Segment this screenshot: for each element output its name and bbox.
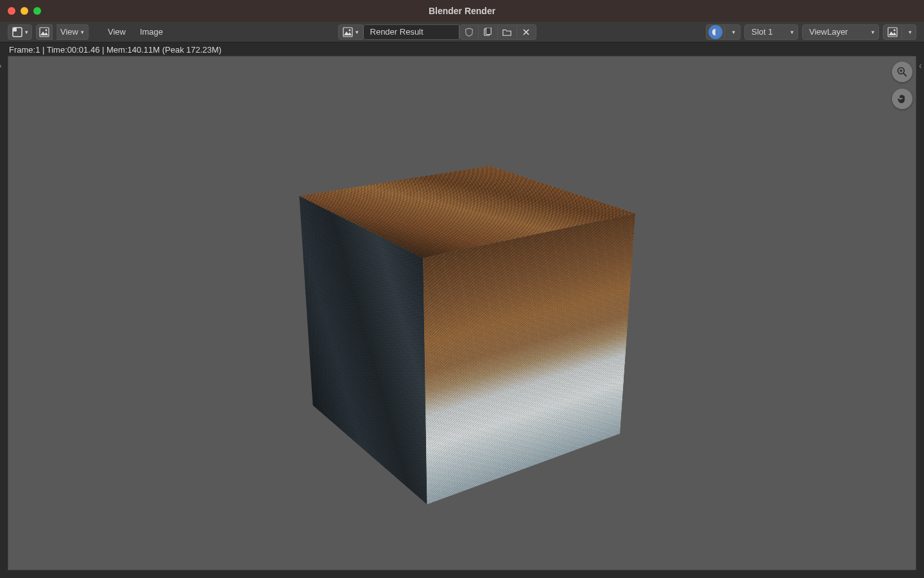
svg-rect-1 [13, 28, 17, 31]
viewlayer-dropdown[interactable]: ViewLayer ▾ [802, 24, 879, 40]
viewlayer-label: ViewLayer [809, 27, 848, 37]
menu-view[interactable]: View [103, 24, 131, 40]
svg-marker-12 [889, 31, 896, 35]
minimize-window-button[interactable] [21, 7, 28, 15]
rendered-cube [355, 187, 556, 450]
viewport-shading-button[interactable] [883, 24, 902, 40]
display-channels-dropdown[interactable]: ▾ [725, 24, 740, 40]
viewport-shading-dropdown[interactable]: ▾ [902, 24, 916, 40]
svg-point-13 [893, 29, 895, 31]
menu-image[interactable]: Image [135, 24, 168, 40]
render-result-image [295, 150, 629, 484]
chevron-down-icon: ▾ [25, 29, 28, 35]
render-status-line: Frame:1 | Time:00:01.46 | Mem:140.11M (P… [0, 42, 924, 57]
chevron-down-icon: ▾ [871, 29, 875, 35]
image-mode-icon [39, 27, 49, 37]
chevron-down-icon: ▾ [909, 29, 912, 35]
viewport-overlay-buttons [892, 62, 912, 109]
titlebar: Blender Render [0, 0, 924, 22]
chevron-down-icon: ▾ [791, 29, 794, 35]
magnify-plus-icon [896, 66, 908, 78]
zoom-button[interactable] [892, 62, 912, 82]
window-controls [8, 7, 41, 15]
new-image-button[interactable] [479, 24, 498, 40]
image-editor-icon [12, 27, 22, 37]
view-mode-dropdown[interactable]: View ▾ [56, 24, 89, 40]
viewport: Frame:1 | Time:00:01.46 | Mem:140.11M (P… [0, 42, 924, 578]
unlink-image-button[interactable] [517, 24, 536, 40]
rendered-shading-icon [887, 27, 898, 37]
svg-point-7 [348, 29, 350, 31]
render-canvas[interactable] [8, 56, 916, 570]
editor-type-dropdown[interactable]: ▾ [8, 24, 32, 40]
image-datablock-icon [343, 27, 353, 37]
svg-marker-6 [344, 31, 352, 35]
display-channels-button[interactable] [706, 24, 725, 40]
close-window-button[interactable] [8, 7, 15, 15]
close-icon [522, 28, 530, 36]
header-toolbar: ▾ View ▾ View Image ▾ Render Result [0, 22, 924, 42]
image-name-field[interactable]: Render Result [363, 24, 459, 40]
region-toggle-right[interactable]: ‹ [919, 60, 924, 71]
chevron-down-icon: ▾ [355, 29, 359, 35]
view-mode-label: View [60, 27, 78, 37]
image-mode-icon-button[interactable] [36, 24, 53, 40]
open-image-button[interactable] [498, 24, 517, 40]
slot-label: Slot 1 [751, 27, 773, 37]
image-datablock-dropdown[interactable]: ▾ [338, 24, 363, 40]
svg-line-15 [903, 73, 906, 76]
slot-dropdown[interactable]: Slot 1 ▾ [744, 24, 798, 40]
color-icon [708, 25, 723, 39]
pan-button[interactable] [892, 89, 912, 109]
hand-icon [896, 93, 908, 105]
region-toggle-left[interactable]: › [0, 60, 5, 71]
shield-icon [465, 28, 474, 37]
folder-icon [502, 28, 511, 37]
cube-front-face [423, 213, 635, 504]
chevron-down-icon: ▾ [81, 29, 84, 35]
fake-user-button[interactable] [459, 24, 479, 40]
svg-marker-3 [40, 31, 48, 35]
window-title: Blender Render [429, 6, 495, 16]
svg-rect-9 [486, 28, 491, 35]
svg-point-4 [46, 29, 47, 31]
maximize-window-button[interactable] [33, 7, 41, 15]
new-file-icon [483, 28, 492, 37]
chevron-down-icon: ▾ [732, 29, 735, 35]
